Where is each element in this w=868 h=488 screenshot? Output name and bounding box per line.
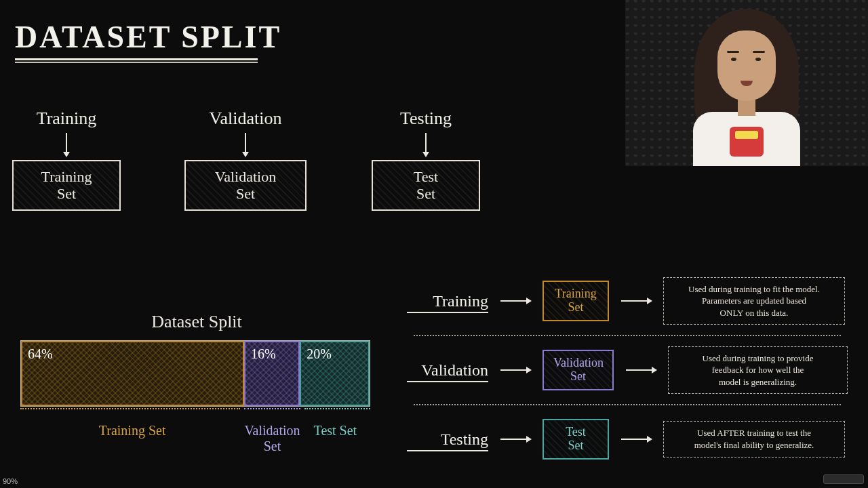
stacked-bar: 64% 16% 20% [20,340,370,407]
bottom-right-pill[interactable] [823,474,864,484]
row-testing-desc: Used AFTER training to test the model's … [663,421,845,457]
row-validation: Validation Validation Set Used during tr… [407,339,848,401]
arrow-right-icon [500,369,530,371]
arrow-down-icon [66,133,67,156]
chart-legend: Training Set Validation Set Test Set [20,423,370,454]
arrow-right-icon [621,439,651,440]
row-testing: Testing Test Set Used AFTER training to … [407,408,848,470]
flow-training-label: Training [12,108,121,129]
validation-set-box: Validation Set [184,160,307,211]
test-set-box: Test Set [372,160,480,211]
presenter-video [625,0,868,166]
arrow-down-icon [425,133,427,156]
flow-validation-label: Validation [184,108,307,129]
bar-segment-training: 64% [21,341,244,406]
bar-segment-test: 20% [300,341,370,406]
flow-testing: Testing Test Set [372,108,480,211]
arrow-down-icon [245,133,246,156]
row-training: Training Training Set Used during traini… [407,270,848,332]
training-set-box: Training Set [12,160,121,211]
legend-training: Training Set [20,423,244,454]
row-validation-label: Validation [407,361,488,380]
row-training-label: Training [407,292,488,310]
row-validation-desc: Used during training to provide feedback… [668,346,848,394]
legend-validation: Validation Set [244,423,300,454]
arrow-right-icon [626,369,656,371]
bar-segment-validation: 16% [244,341,300,406]
flow-training: Training Training Set [12,108,121,211]
row-training-desc: Used during training to fit the model. P… [663,277,845,325]
row-testing-label: Testing [407,430,488,449]
title-underline [15,58,258,60]
page-title: DATASET SPLIT [15,19,281,55]
row-divider [414,335,841,336]
arrow-right-icon [621,300,651,302]
bar-segment-training-value: 64% [28,346,53,361]
row-training-box: Training Set [542,281,609,321]
presenter-avatar [675,3,818,166]
legend-test: Test Set [300,423,370,454]
set-descriptions: Training Training Set Used during traini… [407,270,848,470]
bar-segment-validation-value: 16% [251,346,276,361]
row-divider [414,404,841,405]
arrow-right-icon [500,439,530,440]
zoom-level: 90% [3,477,18,485]
flow-testing-label: Testing [372,108,480,129]
arrow-right-icon [500,300,530,302]
row-validation-box: Validation Set [542,350,614,390]
chart-title: Dataset Split [20,312,373,332]
bar-segment-test-value: 20% [307,346,332,361]
flow-validation: Validation Validation Set [184,108,307,211]
row-testing-box: Test Set [542,419,609,460]
dataset-split-chart: Dataset Split 64% 16% 20% Training Set V… [20,312,373,454]
